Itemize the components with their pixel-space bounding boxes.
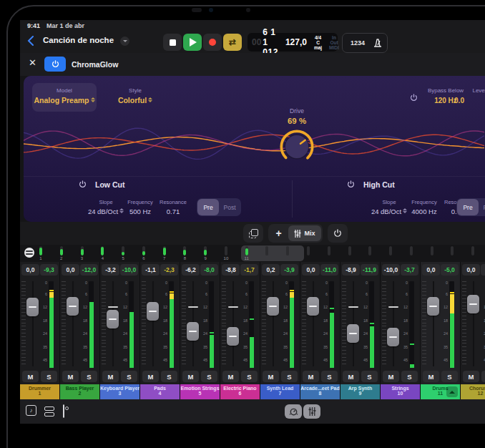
- fader-handle[interactable]: [67, 297, 79, 316]
- fader-handle[interactable]: [467, 295, 479, 313]
- mix-tab[interactable]: Mix: [288, 225, 320, 241]
- volume-value[interactable]: 0,2: [262, 264, 280, 276]
- fader-handle[interactable]: [267, 297, 279, 316]
- volume-value[interactable]: 0,0: [62, 264, 79, 276]
- fader-handle[interactable]: [107, 310, 119, 328]
- volume-value[interactable]: -6,2: [182, 264, 200, 276]
- nav-meter[interactable]: 8: [181, 245, 188, 261]
- solo-button[interactable]: S: [361, 371, 378, 382]
- mute-button[interactable]: M: [22, 371, 39, 382]
- fader-handle[interactable]: [26, 298, 39, 316]
- mute-button[interactable]: M: [343, 371, 359, 382]
- add-track-button[interactable]: +: [270, 228, 287, 239]
- mute-button[interactable]: M: [463, 371, 479, 382]
- volume-value[interactable]: 0,0: [302, 264, 320, 276]
- solo-button[interactable]: S: [481, 371, 485, 382]
- cycle-button[interactable]: ⇄: [223, 34, 242, 51]
- high-cut-power-button[interactable]: [347, 180, 355, 188]
- track-tile[interactable]: Drummer1: [20, 384, 59, 399]
- level-value[interactable]: 0.0: [444, 97, 474, 104]
- nav-meter[interactable]: [305, 245, 312, 261]
- fader-handle[interactable]: [347, 324, 359, 343]
- solo-button[interactable]: S: [241, 371, 258, 382]
- mute-button[interactable]: M: [383, 371, 399, 382]
- solo-button[interactable]: S: [201, 371, 217, 382]
- mute-button[interactable]: M: [62, 371, 79, 382]
- nav-meter[interactable]: 2: [58, 245, 65, 261]
- nav-meter[interactable]: [284, 245, 291, 261]
- mute-button[interactable]: M: [182, 371, 199, 382]
- solo-button[interactable]: S: [161, 371, 177, 382]
- solo-button[interactable]: S: [41, 371, 57, 382]
- controls-button[interactable]: [285, 404, 302, 419]
- bypass-power-button[interactable]: [410, 94, 418, 102]
- volume-value[interactable]: -8,8: [222, 264, 240, 276]
- song-menu-chevron-icon[interactable]: [120, 36, 129, 46]
- channel-strip-icon[interactable]: [63, 405, 64, 418]
- volume-value[interactable]: -1,1: [142, 264, 160, 276]
- low-cut-resonance-value[interactable]: 0.71: [152, 208, 195, 215]
- nav-meter[interactable]: 5: [119, 245, 127, 261]
- volume-value[interactable]: 0,0: [422, 264, 440, 276]
- solo-button[interactable]: S: [81, 371, 97, 382]
- solo-button[interactable]: S: [441, 371, 458, 382]
- nav-meter[interactable]: [263, 245, 270, 261]
- stop-button[interactable]: [163, 34, 182, 51]
- track-tile[interactable]: Arp Synth9: [341, 384, 380, 399]
- nav-meter[interactable]: 4: [99, 245, 106, 261]
- output-channel-icon[interactable]: [24, 248, 34, 258]
- solo-button[interactable]: S: [121, 371, 137, 382]
- mute-button[interactable]: M: [102, 371, 119, 382]
- model-selector[interactable]: Model Analog Preamp: [32, 83, 97, 112]
- plugin-power-button[interactable]: [44, 57, 66, 72]
- mute-button[interactable]: M: [263, 371, 279, 382]
- nav-meter[interactable]: [387, 245, 394, 261]
- record-button[interactable]: [203, 34, 222, 51]
- fader-handle[interactable]: [387, 328, 399, 346]
- volume-value[interactable]: -3,2: [102, 264, 119, 276]
- low-cut-power-button[interactable]: [79, 180, 87, 188]
- lcd-display[interactable]: 00 6 1 1 012 127,0 4/4C maj In OutMIDI: [248, 33, 338, 52]
- track-tile[interactable]: Strings10: [381, 384, 420, 399]
- volume-value[interactable]: 0,0: [462, 264, 480, 276]
- post-segment[interactable]: Post: [219, 199, 240, 215]
- track-tile[interactable]: Emotion Strings5: [180, 384, 220, 399]
- volume-value[interactable]: -8,9: [342, 264, 360, 276]
- pre-segment[interactable]: Pre: [197, 199, 219, 215]
- mute-button[interactable]: M: [222, 371, 239, 382]
- style-selector[interactable]: Style Colorful: [109, 83, 161, 112]
- track-tile[interactable]: Keyboard Player3: [100, 384, 139, 399]
- play-button[interactable]: [183, 34, 202, 51]
- mixer-power-button[interactable]: [328, 224, 348, 243]
- close-plugin-button[interactable]: ✕: [29, 57, 36, 68]
- mixer-button[interactable]: [303, 404, 320, 419]
- nav-meter[interactable]: [449, 245, 456, 261]
- nav-meter[interactable]: 9: [202, 245, 209, 261]
- pre-segment[interactable]: Pre: [457, 199, 479, 215]
- drive-knob[interactable]: [279, 129, 315, 165]
- fader-handle[interactable]: [187, 322, 199, 341]
- back-button[interactable]: [27, 36, 34, 46]
- solo-button[interactable]: S: [281, 371, 298, 382]
- fader-handle[interactable]: [427, 297, 439, 316]
- track-tile[interactable]: Arcade...eet Pad8: [300, 384, 340, 399]
- duplicate-button[interactable]: [243, 224, 263, 243]
- nav-meter[interactable]: 6: [140, 245, 147, 261]
- song-title[interactable]: Canción de noche: [43, 36, 114, 44]
- fader-handle[interactable]: [227, 327, 239, 346]
- fader-handle[interactable]: [307, 297, 319, 316]
- track-tile[interactable]: Bass Player2: [60, 384, 99, 399]
- nav-meter[interactable]: [469, 245, 476, 261]
- loops-browser-icon[interactable]: ♪: [26, 405, 36, 416]
- mute-button[interactable]: M: [423, 371, 439, 382]
- track-tile[interactable]: Drums11: [421, 384, 460, 399]
- track-tile[interactable]: Synth Lead7: [260, 384, 300, 399]
- nav-meter[interactable]: [346, 245, 353, 261]
- count-in-button[interactable]: 1234: [343, 39, 373, 47]
- track-tile[interactable]: Chorus V12: [461, 384, 485, 399]
- volume-value[interactable]: -10,0: [382, 264, 400, 276]
- fader-handle[interactable]: [147, 302, 159, 321]
- nav-meter[interactable]: [428, 245, 436, 261]
- nav-meter[interactable]: 1: [37, 245, 44, 261]
- solo-button[interactable]: S: [401, 371, 418, 382]
